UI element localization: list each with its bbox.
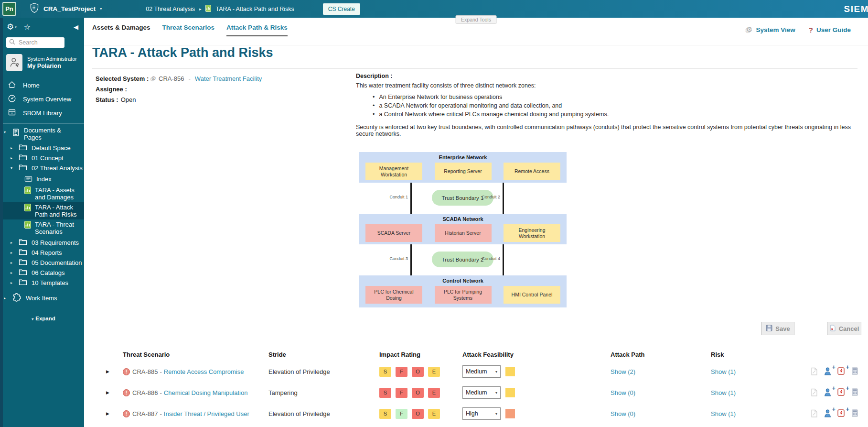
expand-tools-button[interactable]: Expand Tools bbox=[455, 15, 497, 24]
attack-path-show-link[interactable]: Show (0) bbox=[611, 389, 635, 396]
tab-assets-damages[interactable]: Assets & Damages bbox=[92, 24, 150, 36]
cancel-button[interactable]: Cancel bbox=[827, 322, 861, 335]
calculator-icon[interactable] bbox=[851, 409, 861, 419]
space-02-threat-analysis[interactable]: ▾ 02 Threat Analysis bbox=[3, 163, 84, 173]
space-label: 01 Concept bbox=[32, 154, 64, 162]
search-icon bbox=[9, 39, 15, 46]
threat-scenario-link[interactable]: Chemical Dosing Manipulation bbox=[164, 389, 248, 396]
breadcrumb-page[interactable]: TARA - Attack Path and Risks bbox=[215, 6, 294, 12]
threat-scenario-link[interactable]: Remote Access Compromise bbox=[164, 368, 244, 375]
tree-collapsed-icon[interactable]: ▸ bbox=[11, 251, 14, 255]
sidebar-item-label: Documents & Pages bbox=[24, 127, 74, 141]
settings-gear-icon[interactable]: ⚙▾ bbox=[7, 23, 17, 31]
sidebar-item-work-items[interactable]: ▸ Work Items bbox=[3, 288, 84, 304]
space-04-reports[interactable]: ▸ 04 Reports bbox=[3, 248, 84, 258]
risk-show-link[interactable]: Show (1) bbox=[711, 389, 736, 396]
title-divider bbox=[92, 68, 857, 69]
add-attack-path-icon[interactable]: + bbox=[824, 409, 834, 419]
add-risk-icon[interactable]: + bbox=[837, 388, 847, 398]
work-item-id: CRA-886 bbox=[132, 389, 158, 396]
tree-expanded-icon[interactable]: ▾ bbox=[4, 130, 8, 134]
threat-scenario-link[interactable]: Insider Threat / Privileged User bbox=[164, 410, 249, 417]
project-selector[interactable]: CRA_TestProject ▾ bbox=[30, 2, 102, 15]
space-06-catalogs[interactable]: ▸ 06 Catalogs bbox=[3, 268, 84, 278]
tab-attack-path-risks[interactable]: Attack Path & Risks bbox=[226, 24, 288, 36]
tab-threat-scenarios[interactable]: Threat Scenarios bbox=[162, 24, 215, 36]
stride-cell: Elevation of Priviledge bbox=[268, 361, 379, 382]
document-icon bbox=[205, 5, 211, 13]
sidebar-item-system-overview[interactable]: System Overview bbox=[3, 92, 84, 106]
risk-show-link[interactable]: Show (1) bbox=[711, 410, 736, 417]
row-actions: + + bbox=[802, 403, 868, 424]
sidebar-expand-button[interactable]: ▾Expand bbox=[3, 316, 84, 321]
page-tara-attack-path-risks-selected[interactable]: TARA - Attack Path and Risks bbox=[3, 202, 84, 219]
sidebar-item-documents-pages[interactable]: ▾ Documents & Pages bbox=[3, 127, 84, 141]
home-icon bbox=[7, 80, 17, 91]
tree-collapsed-icon[interactable]: ▸ bbox=[11, 146, 14, 150]
node-reporting-server: Reporting Server bbox=[435, 163, 492, 180]
space-label: Default Space bbox=[32, 144, 71, 152]
feasibility-dropdown[interactable]: High ▾ bbox=[462, 407, 501, 420]
index-icon bbox=[24, 175, 32, 184]
attack-feasibility-cell: High ▾ bbox=[462, 403, 611, 424]
row-expand-cell: ▶ bbox=[106, 361, 123, 382]
threat-scenario-cell: ! CRA-885 - Remote Access Compromise bbox=[123, 361, 268, 382]
tree-expanded-icon[interactable]: ▾ bbox=[11, 166, 14, 170]
calculator-icon[interactable] bbox=[851, 367, 861, 377]
user-guide-link[interactable]: ? User Guide bbox=[809, 26, 851, 34]
save-button[interactable]: Save bbox=[761, 322, 794, 335]
sidebar-nav: Home System Overview SBOM Library bbox=[3, 78, 84, 120]
expand-row-icon[interactable]: ▶ bbox=[106, 390, 109, 395]
space-03-requirements[interactable]: ▸ 03 Requirements bbox=[3, 238, 84, 248]
search-input[interactable] bbox=[18, 39, 59, 46]
user-panel[interactable]: System Administrator My Polarion bbox=[6, 54, 80, 71]
cs-create-button[interactable]: CS Create bbox=[323, 3, 360, 15]
attack-path-show-link[interactable]: Show (2) bbox=[611, 368, 635, 375]
space-10-templates[interactable]: ▸ 10 Templates bbox=[3, 278, 84, 288]
risk-show-link[interactable]: Show (1) bbox=[711, 368, 736, 375]
col-stride: Stride bbox=[268, 348, 379, 361]
system-link[interactable]: Water Treatment Facility bbox=[195, 75, 262, 82]
add-risk-icon[interactable]: + bbox=[837, 409, 847, 419]
add-attack-path-icon[interactable]: + bbox=[824, 367, 834, 377]
siemens-brand: SIEM bbox=[844, 4, 868, 14]
tree-collapsed-icon[interactable]: ▸ bbox=[11, 271, 14, 275]
feasibility-dropdown[interactable]: Medium ▾ bbox=[462, 365, 501, 378]
page-index[interactable]: Index bbox=[3, 174, 84, 185]
risk-cell: Show (1) bbox=[711, 382, 802, 403]
conduit-label: Conduit 4 bbox=[471, 256, 500, 261]
tree-collapsed-icon[interactable]: ▸ bbox=[11, 241, 14, 245]
space-01-concept[interactable]: ▸ 01 Concept bbox=[3, 153, 84, 163]
add-attack-path-icon[interactable]: + bbox=[824, 388, 834, 398]
tree-collapsed-icon[interactable]: ▸ bbox=[11, 281, 14, 285]
stride-cell: Elevation of Priviledge bbox=[268, 403, 379, 424]
impact-badge: S bbox=[379, 409, 391, 419]
sidebar-item-sbom-library[interactable]: SBOM Library bbox=[3, 106, 84, 120]
save-icon bbox=[766, 325, 772, 333]
tree-collapsed-icon[interactable]: ▸ bbox=[11, 261, 14, 265]
threat-analysis-children: Index TARA - Assets and Damages bbox=[3, 174, 84, 237]
breadcrumb-space[interactable]: 02 Threat Analysis bbox=[146, 6, 195, 12]
impact-badge: O bbox=[412, 367, 424, 377]
page-tara-threat-scenarios[interactable]: TARA - Threat Scenarios bbox=[3, 219, 84, 237]
page-tara-assets-damages[interactable]: TARA - Assets and Damages bbox=[3, 185, 84, 202]
attack-path-show-link[interactable]: Show (0) bbox=[611, 410, 635, 417]
system-view-link[interactable]: ⚙ System View bbox=[746, 25, 795, 34]
space-05-documentation[interactable]: ▸ 05 Documentation bbox=[3, 258, 84, 268]
feasibility-dropdown[interactable]: Medium ▾ bbox=[462, 386, 501, 399]
calculator-icon[interactable] bbox=[851, 388, 861, 398]
impact-badge: E bbox=[428, 409, 440, 419]
sidebar-divider bbox=[3, 123, 84, 124]
edit-disabled-icon bbox=[810, 388, 820, 398]
attack-feasibility-cell: Medium ▾ bbox=[462, 382, 611, 403]
favorites-star-icon[interactable]: ☆ bbox=[24, 22, 31, 32]
tree-collapsed-icon[interactable]: ▸ bbox=[11, 156, 14, 160]
tree-collapsed-icon[interactable]: ▸ bbox=[4, 296, 8, 300]
add-risk-icon[interactable]: + bbox=[837, 367, 847, 377]
expand-row-icon[interactable]: ▶ bbox=[106, 369, 109, 374]
expand-row-icon[interactable]: ▶ bbox=[106, 411, 109, 416]
search-box[interactable] bbox=[6, 37, 64, 48]
sidebar-item-home[interactable]: Home bbox=[3, 78, 84, 92]
space-default-space[interactable]: ▸ Default Space bbox=[3, 143, 84, 153]
collapse-sidebar-icon[interactable]: ◀ bbox=[74, 23, 78, 31]
